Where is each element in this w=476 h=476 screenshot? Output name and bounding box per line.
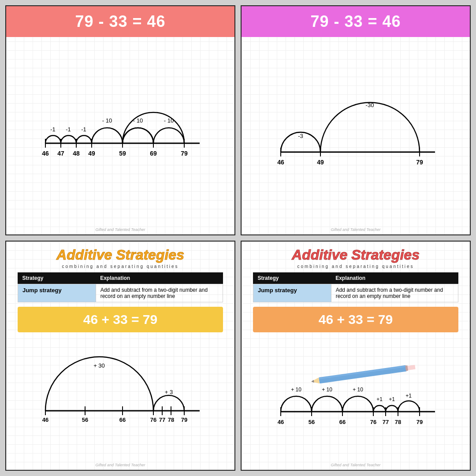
strategy-desc-right: Add and subtract from a two-digit number… [331, 284, 458, 302]
svg-text:77: 77 [159, 416, 165, 423]
svg-text:69: 69 [150, 150, 157, 157]
svg-text:+ 30: + 30 [93, 362, 105, 369]
svg-text:+ 3: + 3 [165, 389, 173, 395]
col-header-explanation-right: Explanation [331, 272, 458, 284]
card-top-left: 79 - 33 = 46 46 47 48 49 59 69 79 [5, 5, 235, 235]
svg-text:66: 66 [119, 416, 126, 423]
svg-text:78: 78 [395, 419, 401, 425]
svg-text:76: 76 [370, 419, 376, 425]
svg-text:- 10: - 10 [164, 117, 174, 124]
svg-text:79: 79 [181, 416, 187, 423]
number-line-svg-top-right: 46 49 79 -3 -30 [272, 90, 439, 170]
strategy-name-right: Jump strategy [253, 284, 331, 302]
top-left-banner: 79 - 33 = 46 [6, 6, 234, 37]
svg-text:-1: -1 [50, 126, 56, 133]
svg-text:79: 79 [416, 159, 423, 166]
svg-text:+1: +1 [405, 393, 412, 399]
bottom-right-table-area: Strategy Explanation Jump strategy Add a… [253, 272, 458, 302]
svg-text:-30: -30 [366, 102, 374, 108]
strategy-name-left: Jump strategy [18, 284, 96, 302]
col-header-strategy-left: Strategy [18, 272, 96, 284]
svg-text:+ 10: + 10 [353, 387, 363, 393]
svg-text:+ 10: + 10 [322, 387, 332, 393]
number-line-svg-top-left: 46 47 48 49 59 69 79 -1 -1 -1 - 10 - 10 [37, 95, 204, 165]
svg-text:- 10: - 10 [133, 117, 143, 124]
svg-text:76: 76 [150, 416, 156, 423]
strategy-table-left: Strategy Explanation Jump strategy Add a… [18, 272, 223, 302]
svg-text:46: 46 [277, 159, 284, 166]
svg-text:+1: +1 [376, 396, 383, 402]
svg-text:56: 56 [309, 419, 315, 425]
svg-text:-1: -1 [81, 126, 86, 133]
svg-text:77: 77 [383, 419, 389, 425]
bottom-left-table-area: Strategy Explanation Jump strategy Add a… [18, 272, 223, 302]
svg-text:47: 47 [57, 150, 64, 157]
svg-text:-3: -3 [298, 133, 303, 139]
svg-text:48: 48 [73, 150, 80, 157]
bottom-right-subtitle: combining and separating quantities [297, 264, 414, 269]
bottom-right-equation: 46 + 33 = 79 [253, 307, 458, 332]
top-left-watermark: Gifted and Talented Teacher [96, 227, 145, 232]
svg-text:- 10: - 10 [102, 117, 112, 124]
top-right-banner: 79 - 33 = 46 [242, 6, 470, 37]
table-row-right: Jump strategy Add and subtract from a tw… [253, 284, 458, 302]
bottom-right-nl-area: 46 56 66 76 77 78 79 + 10 + 10 + 10 +1 +… [242, 334, 470, 463]
bottom-left-watermark: Gifted and Talented Teacher [96, 463, 145, 467]
svg-text:+1: +1 [389, 396, 395, 402]
svg-text:46: 46 [42, 150, 49, 157]
svg-text:49: 49 [317, 159, 324, 166]
top-right-number-line: 46 49 79 -3 -30 [242, 37, 470, 227]
svg-text:56: 56 [82, 416, 88, 423]
svg-text:-1: -1 [66, 126, 71, 133]
top-left-number-line: 46 47 48 49 59 69 79 -1 -1 -1 - 10 - 10 [6, 37, 234, 227]
top-right-watermark: Gifted and Talented Teacher [331, 227, 381, 232]
svg-text:79: 79 [181, 150, 188, 157]
bottom-left-title: Additive Strategies [52, 242, 189, 264]
svg-text:46: 46 [42, 416, 48, 423]
svg-text:79: 79 [416, 419, 423, 425]
svg-text:78: 78 [168, 416, 174, 423]
strategy-desc-left: Add and subtract from a two-digit number… [96, 284, 223, 302]
svg-text:59: 59 [119, 150, 126, 157]
bottom-right-title: Additive Strategies [287, 242, 424, 264]
table-row-left: Jump strategy Add and subtract from a tw… [18, 284, 223, 302]
svg-text:46: 46 [278, 419, 284, 425]
svg-text:66: 66 [339, 419, 346, 425]
number-line-svg-bottom-right: 46 56 66 76 77 78 79 + 10 + 10 + 10 +1 +… [272, 359, 439, 431]
col-header-explanation-left: Explanation [96, 272, 223, 284]
svg-text:+ 10: + 10 [291, 387, 301, 393]
bottom-right-watermark: Gifted and Talented Teacher [331, 463, 381, 467]
card-bottom-right: Additive Strategies combining and separa… [241, 241, 471, 471]
bottom-left-subtitle: combining and separating quantities [62, 264, 178, 269]
card-top-right: 79 - 33 = 46 46 49 79 -3 -30 Gifted and … [241, 5, 471, 235]
col-header-strategy-right: Strategy [253, 272, 331, 284]
svg-text:49: 49 [88, 150, 95, 157]
card-bottom-left: Additive Strategies combining and separa… [5, 241, 235, 471]
bottom-left-nl-area: 46 56 66 76 77 78 79 + 30 + 3 [6, 334, 234, 463]
bottom-left-equation: 46 + 33 = 79 [18, 307, 223, 332]
strategy-table-right: Strategy Explanation Jump strategy Add a… [253, 272, 458, 302]
number-line-svg-bottom-left: 46 56 66 76 77 78 79 + 30 + 3 [37, 362, 204, 428]
